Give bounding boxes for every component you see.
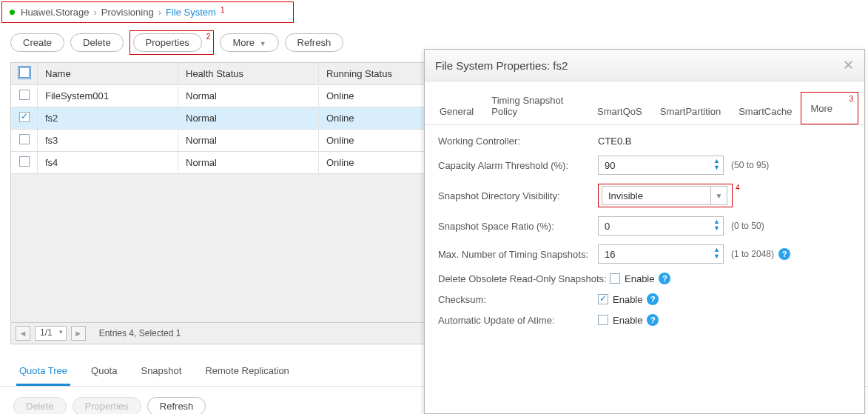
value-snapshot-ratio: 0 bbox=[605, 221, 610, 232]
enable-label: Enable bbox=[613, 315, 642, 326]
detail-delete-button[interactable]: Delete bbox=[13, 397, 67, 414]
dialog-tab-general[interactable]: General bbox=[431, 99, 482, 124]
dialog-tab-more-highlight: More 3 bbox=[801, 92, 858, 124]
enable-label: Enable bbox=[625, 273, 654, 284]
snapshot-visibility-highlight: Invisible ▼ bbox=[598, 184, 733, 207]
step-marker-2: 2 bbox=[206, 33, 211, 41]
help-icon[interactable]: ? bbox=[647, 314, 659, 326]
step-marker-3: 3 bbox=[849, 96, 853, 103]
properties-button-highlight: Properties 2 bbox=[129, 30, 215, 55]
hint-max-snapshots: (1 to 2048) bbox=[731, 249, 774, 259]
cell-name: fs4 bbox=[38, 153, 178, 173]
label-max-snapshots: Max. Number of Timing Snapshots: bbox=[438, 249, 598, 260]
pager-page-select[interactable]: 1/1 bbox=[35, 326, 67, 341]
tab-quota[interactable]: Quota bbox=[88, 358, 120, 386]
chevron-down-icon[interactable]: ▼ bbox=[710, 187, 727, 204]
label-atime: Automatic Update of Atime: bbox=[438, 315, 598, 326]
dialog-tab-smartpartition[interactable]: SmartPartition bbox=[651, 99, 730, 124]
label-snapshot-visibility: Snapshot Directory Visibility: bbox=[438, 190, 598, 201]
value-capacity-alarm: 90 bbox=[605, 160, 615, 171]
status-dot-icon bbox=[10, 10, 15, 15]
spinner-icon[interactable]: ▲▼ bbox=[713, 158, 720, 171]
checkbox-checksum[interactable] bbox=[598, 294, 608, 304]
cell-health: Normal bbox=[178, 108, 319, 128]
dialog-tab-smartcache[interactable]: SmartCache bbox=[730, 99, 801, 124]
spinner-icon[interactable]: ▲▼ bbox=[713, 247, 720, 260]
crumb-root[interactable]: Huawei.Storage bbox=[21, 7, 90, 18]
hint-capacity-alarm: (50 to 95) bbox=[731, 160, 769, 170]
help-icon[interactable]: ? bbox=[647, 293, 659, 305]
label-working-controller: Working Controller: bbox=[438, 136, 598, 147]
dialog-tab-timing-snapshot[interactable]: Timing Snapshot Policy bbox=[482, 87, 588, 124]
input-snapshot-ratio[interactable]: 0 ▲▼ bbox=[598, 216, 724, 236]
value-working-controller: CTE0.B bbox=[598, 136, 632, 147]
help-icon[interactable]: ? bbox=[778, 248, 790, 260]
checkbox-delete-obsolete[interactable] bbox=[610, 273, 620, 284]
properties-button[interactable]: Properties bbox=[133, 33, 202, 52]
cell-name: fs3 bbox=[38, 130, 178, 150]
select-snapshot-visibility[interactable]: Invisible ▼ bbox=[602, 186, 727, 205]
step-marker-1: 1 bbox=[221, 7, 225, 14]
detail-properties-button[interactable]: Properties bbox=[73, 397, 141, 414]
pager-status: Entries 4, Selected 1 bbox=[99, 328, 181, 338]
more-button[interactable]: More ▼ bbox=[220, 33, 278, 52]
cell-health: Normal bbox=[178, 153, 319, 173]
cell-health: Normal bbox=[178, 130, 319, 150]
label-capacity-alarm: Capacity Alarm Threshold (%): bbox=[438, 160, 598, 171]
value-snapshot-visibility: Invisible bbox=[608, 190, 643, 201]
checkbox-atime[interactable] bbox=[598, 315, 608, 325]
chevron-right-icon: › bbox=[158, 7, 161, 18]
chevron-right-icon: › bbox=[94, 7, 97, 18]
cell-name: FileSystem001 bbox=[38, 86, 178, 106]
dialog-titlebar[interactable]: File System Properties: fs2 ✕ bbox=[425, 50, 864, 81]
tab-remote-replication[interactable]: Remote Replication bbox=[202, 358, 292, 386]
properties-dialog: File System Properties: fs2 ✕ General Ti… bbox=[424, 49, 865, 414]
column-health[interactable]: Health Status bbox=[178, 64, 319, 84]
dialog-title: File System Properties: fs2 bbox=[435, 59, 568, 72]
help-icon[interactable]: ? bbox=[659, 273, 670, 284]
chevron-down-icon: ▼ bbox=[260, 40, 266, 47]
tab-quota-tree[interactable]: Quota Tree bbox=[16, 358, 70, 386]
label-delete-obsolete: Delete Obsolete Read-Only Snapshots: bbox=[438, 273, 610, 284]
label-checksum: Checksum: bbox=[438, 294, 598, 305]
row-checkbox[interactable] bbox=[19, 156, 30, 167]
more-button-label: More bbox=[232, 37, 255, 48]
delete-button[interactable]: Delete bbox=[70, 33, 124, 52]
detail-refresh-button[interactable]: Refresh bbox=[147, 397, 206, 414]
create-button[interactable]: Create bbox=[10, 33, 64, 52]
input-max-snapshots[interactable]: 16 ▲▼ bbox=[598, 244, 724, 264]
dialog-tab-smartqos[interactable]: SmartQoS bbox=[588, 99, 651, 124]
enable-label: Enable bbox=[613, 294, 642, 305]
hint-snapshot-ratio: (0 to 50) bbox=[731, 221, 764, 231]
cell-name: fs2 bbox=[38, 108, 178, 128]
label-snapshot-ratio: Snapshot Space Ratio (%): bbox=[438, 221, 598, 232]
row-checkbox[interactable] bbox=[19, 112, 30, 122]
value-max-snapshots: 16 bbox=[605, 249, 615, 260]
spinner-icon[interactable]: ▲▼ bbox=[713, 218, 720, 232]
close-icon[interactable]: ✕ bbox=[843, 57, 854, 73]
select-all-checkbox[interactable] bbox=[19, 67, 30, 78]
crumb-provisioning[interactable]: Provisioning bbox=[101, 7, 154, 18]
dialog-tab-more[interactable]: More bbox=[801, 96, 841, 121]
breadcrumb: Huawei.Storage › Provisioning › File Sys… bbox=[1, 1, 294, 23]
dialog-tabs: General Timing Snapshot Policy SmartQoS … bbox=[425, 87, 864, 125]
tab-snapshot[interactable]: Snapshot bbox=[138, 358, 184, 386]
cell-health: Normal bbox=[178, 86, 319, 106]
pager-prev-button[interactable]: ◄ bbox=[16, 326, 30, 341]
pager-next-button[interactable]: ► bbox=[71, 326, 86, 341]
input-capacity-alarm[interactable]: 90 ▲▼ bbox=[598, 156, 724, 175]
crumb-filesystem[interactable]: File System bbox=[166, 7, 216, 18]
dialog-form: Working Controller: CTE0.B Capacity Alar… bbox=[425, 125, 864, 326]
column-name[interactable]: Name bbox=[38, 64, 178, 84]
step-marker-4: 4 bbox=[736, 184, 740, 192]
refresh-button[interactable]: Refresh bbox=[285, 33, 344, 52]
row-checkbox[interactable] bbox=[19, 90, 30, 100]
row-checkbox[interactable] bbox=[19, 134, 30, 144]
